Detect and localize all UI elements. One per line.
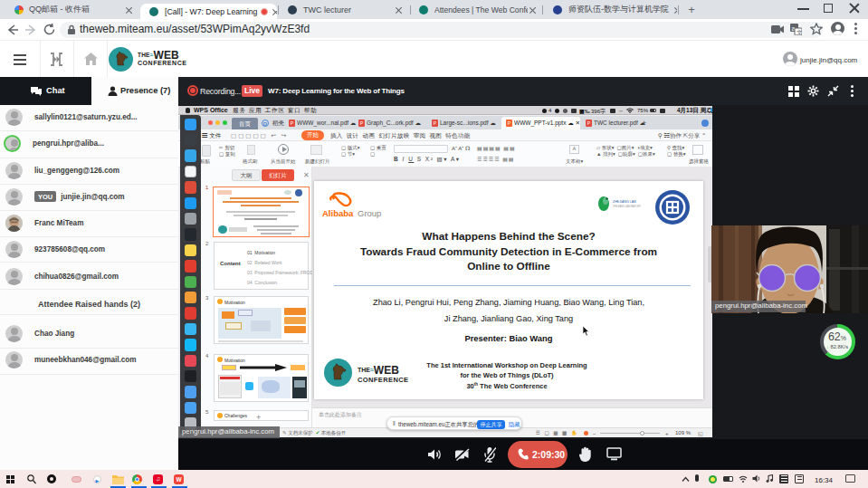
svg-text:文: 文 [796,29,802,35]
svg-text:ZHEJIANG LAB: ZHEJIANG LAB [613,200,636,204]
svg-text:ZHEJIANG LABORATORY: ZHEJIANG LABORATORY [613,205,641,208]
svg-text:Alibaba: Alibaba [322,208,354,218]
svg-text:Group: Group [358,208,381,218]
